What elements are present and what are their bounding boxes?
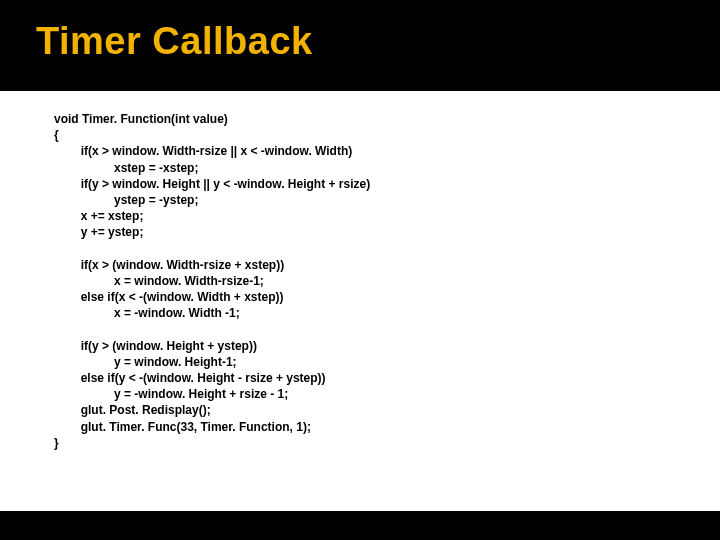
slide: Timer Callback void Timer. Function(int …	[0, 0, 720, 540]
body-area: void Timer. Function(int value) { if(x >…	[0, 91, 720, 511]
title-bar: Timer Callback	[0, 0, 720, 73]
code-block: void Timer. Function(int value) { if(x >…	[54, 111, 720, 451]
slide-title: Timer Callback	[36, 20, 720, 63]
